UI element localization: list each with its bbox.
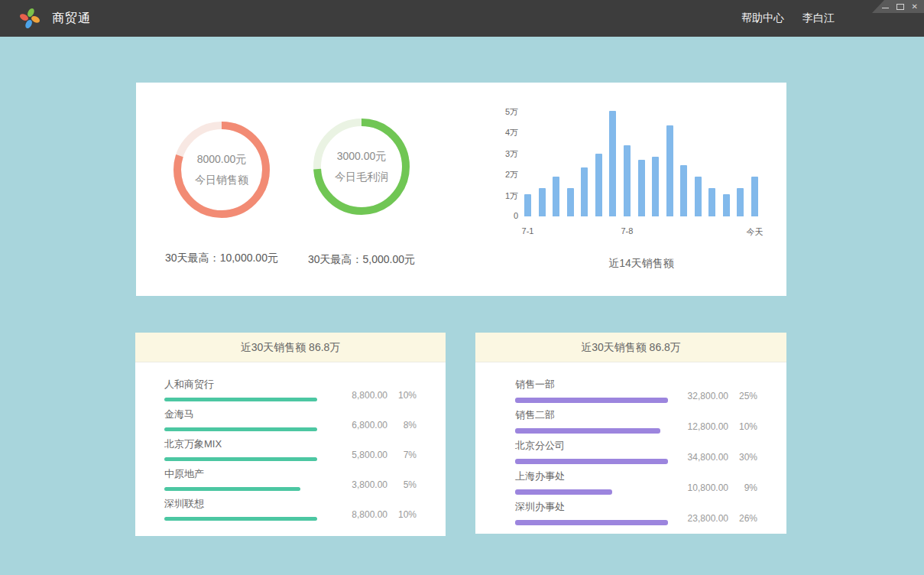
rank-row[interactable]: 金海马6,800.008% — [164, 404, 417, 434]
y-tick-label: 2万 — [495, 169, 518, 180]
x-tick-label: 7-8 — [608, 226, 646, 236]
customer-rank-list: 人和商贸行8,800.0010%金海马6,800.008%北京万象MIX5,80… — [164, 362, 417, 524]
rank-row[interactable]: 北京分公司34,800.0030% — [515, 436, 757, 466]
today-sales-gauge: 8000.00元 今日销售额 — [170, 119, 273, 221]
rank-progress-bar — [164, 487, 300, 491]
department-rank-card: 近30天销售额 86.8万 销售一部32,800.0025%销售二部12,800… — [475, 333, 786, 534]
sales-bar — [638, 160, 645, 216]
department-rank-title: 近30天销售额 86.8万 — [475, 333, 786, 362]
rank-name: 中原地产 — [164, 464, 417, 481]
user-name-link[interactable]: 李白江 — [802, 11, 835, 25]
rank-row[interactable]: 中原地产3,800.005% — [164, 464, 417, 494]
rank-progress-bar — [515, 459, 668, 464]
rank-values: 6,800.008% — [334, 420, 417, 430]
rank-percent: 26% — [728, 513, 757, 524]
sales-bar — [751, 177, 758, 216]
chart-title: 近14天销售额 — [524, 257, 758, 271]
rank-values: 10,800.009% — [675, 482, 757, 493]
rank-row[interactable]: 深圳办事处23,800.0026% — [515, 497, 757, 528]
sales-bar — [595, 154, 602, 216]
rank-values: 23,800.0026% — [675, 513, 757, 524]
today-sales-label: 今日销售额 — [195, 174, 248, 187]
x-tick-label: 7-1 — [509, 226, 547, 236]
rank-name: 上海办事处 — [515, 466, 757, 483]
rank-amount: 5,800.00 — [334, 450, 387, 460]
overview-card: 8000.00元 今日销售额 30天最高：10,000.00元 3000.00元… — [136, 83, 786, 296]
sales-bar — [695, 177, 702, 216]
sales-bar — [666, 125, 673, 216]
rank-amount: 23,800.00 — [675, 513, 728, 524]
today-sales-value: 8000.00元 — [197, 153, 247, 167]
today-profit-label: 今日毛利润 — [335, 171, 388, 184]
rank-amount: 10,800.00 — [675, 482, 728, 493]
rank-row[interactable]: 销售一部32,800.0025% — [515, 375, 757, 405]
rank-row[interactable]: 北京万象MIX5,800.007% — [164, 434, 417, 464]
rank-percent: 30% — [728, 452, 757, 463]
rank-amount: 6,800.00 — [334, 420, 387, 430]
rank-row[interactable]: 人和商贸行8,800.0010% — [164, 375, 417, 404]
rank-name: 北京万象MIX — [164, 434, 417, 451]
rank-progress-bar — [164, 427, 317, 431]
rank-name: 销售二部 — [515, 405, 757, 422]
sales-bar — [624, 145, 631, 216]
rank-progress-bar — [515, 520, 668, 525]
rank-values: 8,800.0010% — [334, 509, 417, 520]
today-profit-value: 3000.00元 — [337, 150, 387, 164]
titlebar-menu: 帮助中心 李白江 — [741, 0, 835, 37]
rank-name: 北京分公司 — [515, 436, 757, 453]
sales-bar-plot — [524, 112, 758, 216]
rank-percent: 10% — [387, 390, 417, 401]
rank-percent: 10% — [728, 421, 757, 432]
y-tick-label: 1万 — [495, 190, 518, 202]
rank-row[interactable]: 销售二部12,800.0010% — [515, 405, 757, 436]
maximize-icon[interactable] — [896, 4, 904, 10]
y-tick-label: 0 — [495, 211, 518, 220]
sales-14d-chart: 5万4万3万2万1万0 7-17-8今天 近14天销售额 — [495, 106, 763, 278]
rank-name: 金海马 — [164, 404, 417, 421]
rank-progress-bar — [164, 398, 317, 401]
rank-percent: 7% — [387, 450, 417, 460]
rank-amount: 8,800.00 — [334, 509, 387, 520]
today-profit-gauge: 3000.00元 今日毛利润 — [310, 115, 413, 218]
rank-percent: 9% — [728, 482, 757, 493]
rank-values: 8,800.0010% — [334, 390, 417, 401]
sales-bar — [737, 188, 744, 216]
department-rank-list: 销售一部32,800.0025%销售二部12,800.0010%北京分公司34,… — [515, 362, 757, 528]
help-center-link[interactable]: 帮助中心 — [741, 11, 784, 25]
rank-percent: 25% — [728, 391, 757, 401]
minimize-icon[interactable] — [882, 8, 889, 8]
rank-values: 3,800.005% — [334, 479, 417, 490]
rank-row[interactable]: 上海办事处10,800.009% — [515, 466, 757, 497]
rank-name: 深圳办事处 — [515, 497, 757, 514]
rank-name: 销售一部 — [515, 375, 757, 391]
rank-name: 人和商贸行 — [164, 375, 417, 391]
rank-progress-bar — [164, 457, 317, 461]
rank-amount: 32,800.00 — [675, 391, 728, 401]
app-title: 商贸通 — [52, 0, 91, 37]
sales-bar — [708, 188, 715, 216]
sales-bar — [723, 194, 730, 216]
customer-rank-card: 近30天销售额 86.8万 人和商贸行8,800.0010%金海马6,800.0… — [135, 333, 446, 536]
y-tick-label: 4万 — [495, 127, 518, 138]
rank-values: 32,800.0025% — [675, 391, 757, 401]
sales-bar — [553, 177, 559, 216]
sales-bar — [652, 157, 659, 216]
x-tick-label: 今天 — [736, 226, 774, 238]
customer-rank-title: 近30天销售额 86.8万 — [135, 333, 446, 362]
titlebar: 商贸通 帮助中心 李白江 ✕ — [0, 0, 924, 37]
rank-name: 深圳联想 — [164, 494, 417, 511]
rank-percent: 5% — [387, 479, 417, 490]
sales-bar — [539, 188, 546, 216]
close-icon[interactable]: ✕ — [912, 3, 918, 11]
sales-bar — [567, 188, 574, 216]
sales-bar — [680, 165, 687, 216]
rank-row[interactable]: 深圳联想8,800.0010% — [164, 494, 417, 524]
sales-30d-max: 30天最高：10,000.00元 — [145, 252, 298, 265]
rank-amount: 3,800.00 — [334, 479, 387, 490]
rank-progress-bar — [164, 517, 317, 521]
rank-amount: 8,800.00 — [334, 390, 387, 401]
rank-values: 12,800.0010% — [675, 421, 757, 432]
rank-values: 5,800.007% — [334, 450, 417, 460]
rank-progress-bar — [515, 489, 612, 495]
rank-progress-bar — [515, 428, 660, 434]
